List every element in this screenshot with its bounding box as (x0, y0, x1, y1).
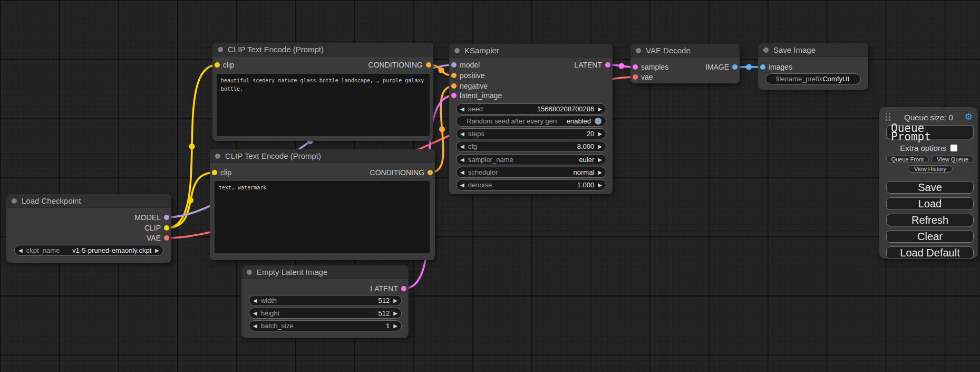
decrement-arrow-icon[interactable]: ◀ (460, 183, 464, 188)
model-input-port[interactable] (451, 62, 457, 68)
node-vae-decode[interactable]: VAE Decode samples vae IMAGE (630, 44, 740, 83)
node-empty-latent-image[interactable]: Empty Latent Image LATENT ◀ width 512 ▶ … (241, 265, 409, 338)
slot-label: clip (223, 61, 234, 69)
queue-front-button[interactable]: Queue Front (886, 156, 929, 163)
queue-panel-header: Queue size: 0 ⚙ (879, 111, 978, 123)
decrement-arrow-icon[interactable]: ◀ (460, 157, 464, 163)
positive-input-port[interactable] (451, 73, 457, 78)
node-title-bar[interactable]: Save Image (758, 43, 868, 57)
latent-output-port[interactable] (401, 286, 406, 291)
decrement-arrow-icon[interactable]: ◀ (460, 144, 464, 149)
increment-arrow-icon[interactable]: ▶ (598, 170, 602, 175)
decrement-arrow-icon[interactable]: ◀ (253, 323, 257, 329)
load-button[interactable]: Load (886, 197, 974, 210)
negative-input-port[interactable] (451, 83, 457, 89)
prompt-textarea[interactable]: text, watermark (215, 181, 430, 253)
samples-input-port[interactable] (633, 64, 638, 70)
refresh-button[interactable]: Refresh (886, 214, 974, 226)
collapse-dot-icon[interactable] (636, 48, 641, 53)
scheduler-widget[interactable]: ◀ scheduler normal ▶ (456, 167, 606, 178)
images-input-port[interactable] (760, 64, 765, 70)
filename-prefix-widget[interactable]: filename_prefix ComfyUI (765, 73, 861, 84)
node-title-bar[interactable]: Empty Latent Image (241, 265, 409, 279)
decrement-arrow-icon[interactable]: ◀ (460, 131, 464, 137)
ckpt-name-widget[interactable]: ◀ ckpt_name v1-5-pruned-emaonly.ckpt ▶ (14, 245, 163, 256)
link-midpoint-dot (746, 64, 752, 70)
extra-options-checkbox[interactable] (950, 145, 957, 151)
node-ksampler[interactable]: KSampler model positive negative latent_… (449, 44, 613, 194)
collapse-dot-icon[interactable] (218, 47, 223, 52)
width-widget[interactable]: ◀ width 512 ▶ (249, 295, 402, 306)
node-title-bar[interactable]: Load Checkpoint (6, 194, 171, 208)
settings-gear-icon[interactable]: ⚙ (965, 111, 973, 123)
cfg-widget[interactable]: ◀ cfg 8.000 ▶ (456, 141, 606, 152)
increment-arrow-icon[interactable]: ▶ (598, 183, 602, 188)
collapse-dot-icon[interactable] (247, 270, 252, 275)
widget-label: width (261, 297, 277, 304)
decrement-arrow-icon[interactable]: ◀ (253, 298, 257, 303)
increment-arrow-icon[interactable]: ▶ (393, 323, 397, 329)
prompt-textarea[interactable]: beautiful scenery nature glass bottle la… (217, 74, 430, 136)
toggle-knob[interactable] (595, 118, 601, 125)
node-title-bar[interactable]: VAE Decode (630, 44, 740, 58)
view-history-button[interactable]: View History (908, 165, 953, 173)
slot-label: latent_image (460, 91, 502, 100)
increment-arrow-icon[interactable]: ▶ (393, 311, 397, 316)
increment-arrow-icon[interactable]: ▶ (598, 131, 602, 137)
node-title-bar[interactable]: CLIP Text Encode (Prompt) (212, 43, 433, 56)
slot-label: LATENT (574, 61, 602, 69)
clear-button[interactable]: Clear (886, 230, 974, 243)
node-title-bar[interactable]: CLIP Text Encode (Prompt) (210, 149, 435, 163)
collapse-dot-icon[interactable] (215, 154, 220, 159)
link-midpoint-dot (189, 144, 195, 149)
clip-input-port[interactable] (212, 170, 217, 175)
node-load-checkpoint[interactable]: Load Checkpoint MODEL CLIP VAE ◀ ckpt_na… (6, 194, 171, 263)
decrement-arrow-icon[interactable]: ◀ (253, 311, 257, 316)
conditioning-output-port[interactable] (426, 62, 431, 68)
slot-label: clip (220, 168, 231, 177)
model-output-port[interactable] (164, 215, 169, 220)
conditioning-output-port[interactable] (428, 170, 433, 175)
node-title-bar[interactable]: KSampler (449, 44, 613, 58)
decrement-arrow-icon[interactable]: ◀ (460, 170, 464, 175)
sampler-name-widget[interactable]: ◀ sampler_name euler ▶ (456, 154, 606, 165)
increment-arrow-icon[interactable]: ▶ (598, 157, 602, 163)
node-clip-text-encode-negative[interactable]: CLIP Text Encode (Prompt) clip CONDITION… (210, 149, 435, 260)
input-slot-model: model (451, 60, 480, 70)
height-widget[interactable]: ◀ height 512 ▶ (249, 308, 402, 319)
collapse-dot-icon[interactable] (763, 47, 769, 53)
increment-arrow-icon[interactable]: ▶ (393, 298, 397, 303)
latent-output-port[interactable] (605, 62, 610, 68)
widget-value: ComfyUI (822, 75, 849, 83)
save-button[interactable]: Save (886, 181, 974, 194)
seed-widget[interactable]: ◀ seed 156680208700286 ▶ (456, 103, 606, 115)
node-clip-text-encode-positive[interactable]: CLIP Text Encode (Prompt) clip CONDITION… (212, 43, 433, 141)
denoise-widget[interactable]: ◀ denoise 1.000 ▶ (456, 179, 606, 190)
extra-options-row: Extra options (879, 143, 978, 152)
clip-input-port[interactable] (215, 62, 220, 68)
latent-image-input-port[interactable] (451, 93, 457, 98)
random-seed-toggle-widget[interactable]: Random seed after every gen enabled (456, 116, 606, 127)
increment-arrow-icon[interactable]: ▶ (598, 144, 602, 149)
slot-label: positive (460, 71, 484, 80)
decrement-arrow-icon[interactable]: ◀ (18, 248, 23, 253)
image-output-port[interactable] (732, 64, 738, 70)
batch-size-widget[interactable]: ◀ batch_size 1 ▶ (249, 320, 402, 331)
widget-label: filename_prefix (776, 75, 822, 83)
vae-output-port[interactable] (164, 235, 169, 241)
steps-widget[interactable]: ◀ steps 20 ▶ (456, 128, 606, 139)
clip-output-port[interactable] (164, 225, 169, 231)
node-graph-canvas[interactable]: Load Checkpoint MODEL CLIP VAE ◀ ckpt_na… (0, 0, 980, 372)
decrement-arrow-icon[interactable]: ◀ (460, 107, 464, 112)
queue-prompt-button[interactable]: Queue Prompt (886, 125, 974, 139)
view-queue-button[interactable]: View Queue (931, 156, 974, 163)
load-default-button[interactable]: Load Default (886, 246, 974, 259)
vae-input-port[interactable] (633, 74, 638, 80)
collapse-dot-icon[interactable] (454, 48, 460, 53)
collapse-dot-icon[interactable] (12, 198, 17, 204)
increment-arrow-icon[interactable]: ▶ (598, 107, 602, 112)
node-save-image[interactable]: Save Image images filename_prefix ComfyU… (758, 43, 868, 90)
increment-arrow-icon[interactable]: ▶ (155, 248, 159, 253)
output-slot-conditioning: CONDITIONING (368, 60, 431, 70)
input-slot-latent-image: latent_image (451, 91, 502, 100)
